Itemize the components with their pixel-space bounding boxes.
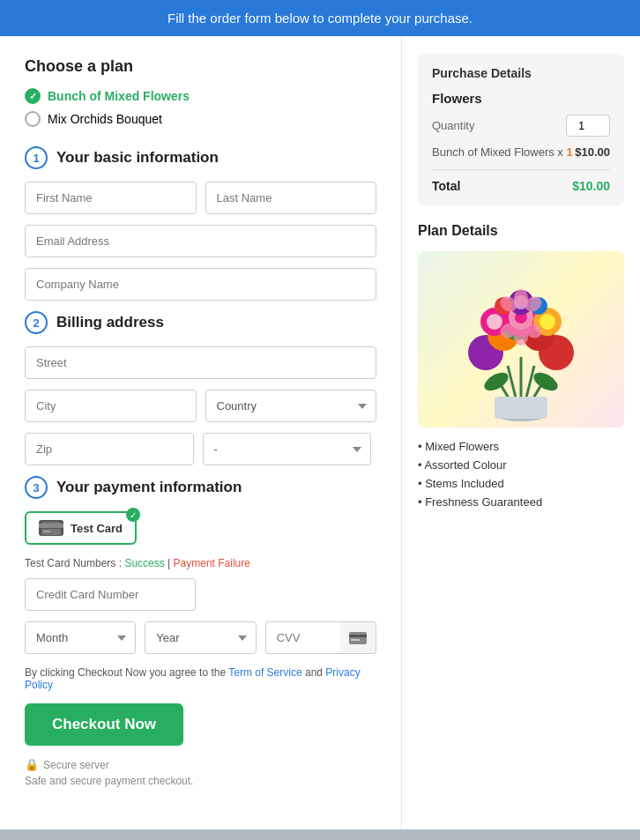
step1-circle: 1 — [25, 146, 48, 169]
first-name-input[interactable] — [25, 182, 197, 214]
step2-circle: 2 — [25, 311, 48, 334]
purchase-details-title: Purchase Details — [432, 66, 610, 80]
svg-rect-4 — [349, 635, 367, 637]
page-wrapper: Fill the order form below to complete yo… — [0, 0, 640, 829]
choose-plan-title: Choose a plan — [25, 57, 376, 76]
step2-title: Billing address — [56, 314, 164, 331]
svg-rect-2 — [43, 531, 50, 532]
feature-4: Freshness Guaranteed — [418, 495, 624, 509]
email-input[interactable] — [25, 225, 376, 257]
svg-rect-36 — [495, 397, 547, 419]
zip-state-row: - — [25, 433, 376, 465]
svg-point-24 — [487, 314, 502, 330]
cvv-card-icon — [340, 621, 376, 654]
terms-text: By clicking Checkout Now you agree to th… — [25, 666, 376, 691]
card-button[interactable]: Test Card ✓ — [25, 511, 137, 545]
total-label: Total — [432, 179, 460, 193]
plan-label-2: Mix Orchids Bouquet — [48, 112, 162, 126]
cvv-input[interactable] — [265, 621, 340, 654]
test-card-info: Test Card Numbers : Success | Payment Fa… — [25, 557, 376, 569]
city-country-row: Country — [25, 390, 376, 422]
qty-label: Quantity — [432, 119, 474, 132]
left-panel: Choose a plan Bunch of Mixed Flowers Mix… — [0, 36, 402, 829]
cc-number-row — [25, 578, 376, 611]
flower-image — [418, 251, 624, 427]
feature-1: Mixed Flowers — [418, 440, 624, 453]
radio-icon-2 — [25, 111, 41, 127]
secure-info: 🔒 Secure server — [25, 758, 376, 771]
month-wrap: Month 0102 0304 0506 0708 0910 1112 — [25, 621, 136, 654]
step1-title: Your basic information — [56, 149, 219, 167]
card-label: Test Card — [71, 522, 123, 535]
svg-rect-1 — [41, 525, 61, 529]
purchase-details-box: Purchase Details Flowers Quantity Bunch … — [418, 54, 624, 205]
step2-header: 2 Billing address — [25, 311, 376, 334]
safe-text: Safe and secure payment checkout. — [25, 775, 376, 787]
terms-prefix: By clicking Checkout Now you agree to th… — [25, 666, 226, 679]
year-wrap: Year 20242025 20262027 20282029 — [145, 621, 256, 654]
plan-label-1: Bunch of Mixed Flowers — [48, 89, 190, 103]
svg-point-12 — [531, 369, 561, 395]
email-row — [25, 225, 376, 257]
svg-rect-5 — [351, 639, 360, 641]
state-select[interactable]: - — [203, 433, 372, 465]
flower-bouquet-svg — [418, 251, 624, 427]
and-label: and — [305, 666, 323, 679]
city-input[interactable] — [25, 390, 197, 422]
plan-option-2[interactable]: Mix Orchids Bouquet — [25, 111, 376, 127]
total-price: $10.00 — [572, 179, 610, 193]
plan-option-1[interactable]: Bunch of Mixed Flowers — [25, 88, 376, 104]
radio-icon-1 — [25, 88, 41, 104]
street-input[interactable] — [25, 346, 376, 379]
zip-input[interactable] — [25, 433, 194, 465]
card-check-icon: ✓ — [126, 508, 140, 522]
banner-text: Fill the order form below to complete yo… — [167, 11, 473, 26]
item-row: Bunch of Mixed Flowers x 1 $10.00 — [432, 145, 610, 159]
step3-header: 3 Your payment information — [25, 476, 376, 499]
secure-label: Secure server — [43, 759, 109, 771]
total-row: Total $10.00 — [432, 169, 610, 193]
cc-number-input[interactable] — [25, 578, 196, 611]
feature-2: Assorted Colour — [418, 458, 624, 472]
plan-options: Bunch of Mixed Flowers Mix Orchids Bouqu… — [25, 88, 376, 127]
tos-link[interactable]: Term of Service — [228, 666, 301, 679]
feature-3: Stems Included — [418, 477, 624, 490]
step3-title: Your payment information — [56, 479, 242, 496]
cvv-svg — [349, 632, 367, 644]
plan-features-list: Mixed Flowers Assorted Colour Stems Incl… — [418, 440, 624, 509]
checkout-button[interactable]: Checkout Now — [25, 703, 183, 746]
name-row — [25, 182, 376, 214]
step1-header: 1 Your basic information — [25, 146, 376, 169]
top-banner: Fill the order form below to complete yo… — [0, 0, 640, 36]
item-x: 1 — [566, 145, 572, 159]
month-select[interactable]: Month 0102 0304 0506 0708 0910 1112 — [25, 621, 136, 654]
cvv-wrap — [265, 621, 376, 654]
failure-link[interactable]: Payment Failure — [174, 557, 250, 569]
country-select[interactable]: Country — [205, 390, 377, 422]
test-card-label: Test Card Numbers : — [25, 557, 122, 569]
svg-point-11 — [481, 369, 511, 395]
step3-circle: 3 — [25, 476, 48, 499]
card-svg — [41, 522, 61, 535]
flowers-label: Flowers — [432, 91, 610, 106]
svg-point-22 — [540, 314, 555, 330]
item-price: $10.00 — [575, 145, 610, 159]
street-row — [25, 346, 376, 379]
lock-icon: 🔒 — [25, 758, 39, 771]
main-card: Choose a plan Bunch of Mixed Flowers Mix… — [0, 36, 640, 829]
year-select[interactable]: Year 20242025 20262027 20282029 — [145, 621, 256, 654]
qty-row: Quantity — [432, 115, 610, 137]
qty-input[interactable] — [566, 115, 610, 137]
svg-rect-3 — [349, 632, 367, 644]
month-year-cvv-row: Month 0102 0304 0506 0708 0910 1112 Year… — [25, 621, 376, 654]
company-row — [25, 268, 376, 301]
last-name-input[interactable] — [205, 182, 377, 214]
company-input[interactable] — [25, 268, 376, 301]
item-label: Bunch of Mixed Flowers x 1 — [432, 145, 573, 159]
right-panel: Purchase Details Flowers Quantity Bunch … — [402, 36, 640, 829]
success-link[interactable]: Success — [124, 557, 164, 569]
credit-card-icon — [39, 520, 63, 536]
plan-details-title: Plan Details — [418, 223, 624, 239]
